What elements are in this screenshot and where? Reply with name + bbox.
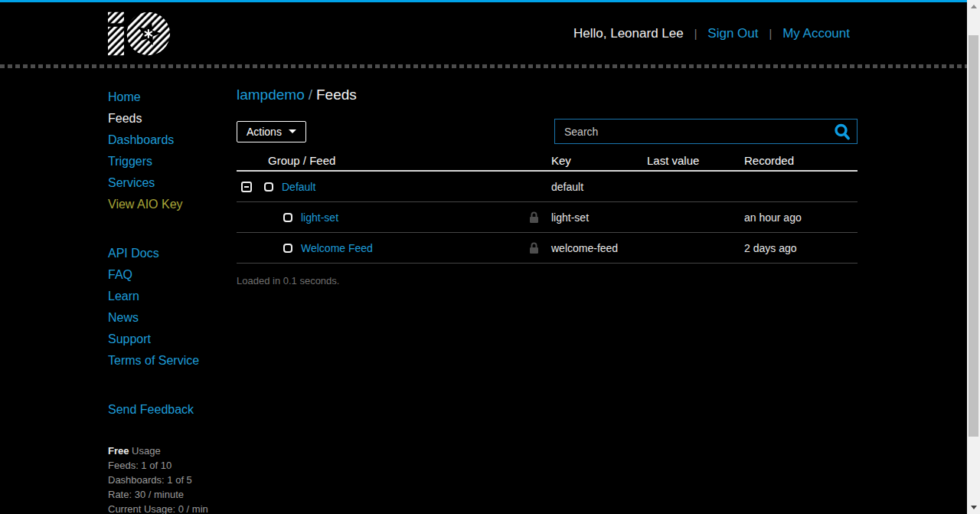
lock-icon (529, 242, 539, 254)
sidebar-item-services[interactable]: Services (108, 176, 155, 189)
table-row-group-default: Default default (237, 172, 858, 202)
search-icon[interactable] (832, 122, 852, 142)
usage-plan: Free (108, 445, 129, 457)
page-scrollbar[interactable] (967, 0, 980, 514)
usage-plan-line: Free Usage (108, 444, 237, 458)
sidebar-item-home[interactable]: Home (108, 90, 141, 103)
chevron-down-icon (289, 129, 296, 133)
row-checkbox[interactable] (283, 213, 292, 222)
scrollbar-down-arrow[interactable] (967, 501, 980, 514)
recorded-cell: an hour ago (737, 211, 858, 224)
column-header-recorded: Recorded (737, 154, 858, 167)
column-header-last-value: Last value (640, 154, 737, 167)
collapse-group-toggle[interactable] (241, 182, 252, 192)
my-account-link[interactable]: My Account (782, 26, 850, 41)
send-feedback-link[interactable]: Send Feedback (108, 399, 237, 421)
main-content: lampdemo/Feeds Actions Group / Feed (237, 68, 858, 286)
usage-rate: Rate: 30 / minute (108, 487, 237, 502)
key-cell: welcome-feed (544, 242, 640, 254)
recorded-cell: 2 days ago (737, 242, 858, 254)
breadcrumb-page: Feeds (316, 87, 357, 103)
key-cell: light-set (544, 211, 640, 224)
sidebar-item-news[interactable]: News (108, 311, 139, 324)
feed-link-welcome-feed[interactable]: Welcome Feed (301, 242, 373, 254)
sidebar-item-api-docs[interactable]: API Docs (108, 247, 159, 260)
usage-feeds: Feeds: 1 of 10 (108, 458, 237, 473)
sidebar-item-terms-of-service[interactable]: Terms of Service (108, 354, 199, 367)
menu-separator: | (769, 28, 772, 40)
usage-dashboards: Dashboards: 1 of 5 (108, 473, 237, 487)
adafruit-io-logo-graphic (108, 10, 171, 57)
sidebar-item-faq[interactable]: FAQ (108, 268, 132, 281)
sidebar-item-view-aio-key[interactable]: View AIO Key (108, 198, 183, 211)
row-checkbox[interactable] (283, 244, 292, 253)
lock-cell-empty (523, 172, 544, 201)
sign-out-link[interactable]: Sign Out (707, 26, 758, 41)
sidebar-item-feeds[interactable]: Feeds (108, 112, 142, 125)
user-greeting: Hello, Leonard Lee (573, 26, 684, 41)
usage-plan-suffix: Usage (129, 445, 160, 457)
table-header-row: Group / Feed Key Last value Recorded (237, 150, 858, 172)
sidebar-item-learn[interactable]: Learn (108, 290, 139, 303)
sidebar: Home Feeds Dashboards Triggers Services … (0, 68, 237, 514)
feed-link-light-set[interactable]: light-set (301, 211, 338, 224)
user-menu: Hello, Leonard Lee | Sign Out | My Accou… (573, 26, 850, 41)
lock-icon (529, 211, 539, 224)
table-row-feed-welcome-feed: Welcome Feed welcome-feed 2 days ago (237, 233, 858, 264)
adafruit-io-logo[interactable] (108, 10, 171, 57)
actions-button-label: Actions (247, 126, 282, 138)
scrollbar-up-arrow[interactable] (967, 0, 980, 13)
actions-button[interactable]: Actions (237, 121, 306, 142)
column-header-group-feed: Group / Feed (237, 154, 523, 167)
group-link-default[interactable]: Default (282, 181, 315, 193)
table-row-feed-light-set: light-set light-set an hour ago (237, 202, 858, 233)
sidebar-item-triggers[interactable]: Triggers (108, 155, 152, 168)
column-header-key: Key (544, 154, 640, 167)
sidebar-secondary-nav: API Docs FAQ Learn News Support Terms of… (108, 243, 237, 372)
search-box (554, 119, 858, 144)
breadcrumb-separator: / (309, 87, 312, 103)
scrollbar-thumb[interactable] (969, 35, 978, 437)
key-cell: default (544, 181, 640, 193)
feeds-table: Group / Feed Key Last value Recorded Def… (237, 150, 858, 264)
site-header: Hello, Leonard Lee | Sign Out | My Accou… (0, 2, 980, 64)
breadcrumb-group-link[interactable]: lampdemo (237, 87, 305, 103)
menu-separator: | (694, 28, 697, 40)
sidebar-item-support[interactable]: Support (108, 332, 151, 345)
breadcrumb: lampdemo/Feeds (237, 87, 858, 103)
load-time-note: Loaded in 0.1 seconds. (237, 275, 858, 286)
usage-summary: Free Usage Feeds: 1 of 10 Dashboards: 1 … (108, 444, 237, 514)
sidebar-item-dashboards[interactable]: Dashboards (108, 133, 174, 146)
search-input[interactable] (554, 119, 858, 144)
toolbar: Actions (237, 119, 858, 144)
table-body: Default default light-set (237, 172, 858, 264)
sidebar-primary-nav: Home Feeds Dashboards Triggers Services … (108, 87, 237, 215)
row-checkbox[interactable] (264, 182, 273, 192)
usage-current: Current Usage: 0 / min (108, 502, 237, 514)
